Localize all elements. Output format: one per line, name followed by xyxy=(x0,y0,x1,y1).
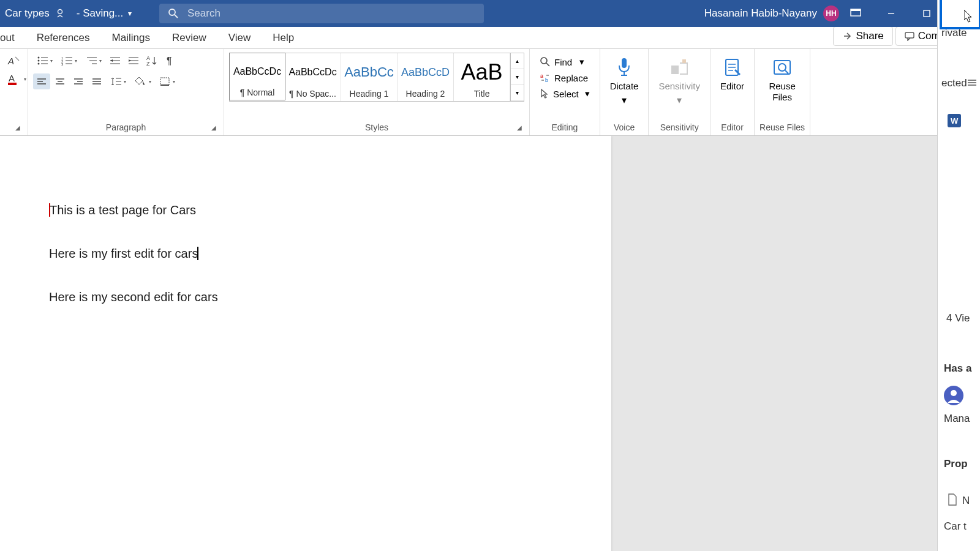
paragraph-group: ▾ 123▾ ▾ AZ ¶ ▾ ▾ ▾ Paragraph ◢ xyxy=(28,49,224,135)
numbering-button[interactable]: 123▾ xyxy=(58,53,81,69)
svg-rect-12 xyxy=(8,83,17,85)
document-page[interactable]: This is a test page for Cars Here is my … xyxy=(0,136,611,551)
find-icon xyxy=(540,56,551,67)
sensitivity-button[interactable]: Sensitivity ▾ xyxy=(654,53,705,110)
search-input[interactable] xyxy=(187,7,475,20)
share-button[interactable]: Share xyxy=(833,26,892,46)
svg-rect-62 xyxy=(682,59,686,63)
tab-review[interactable]: Review xyxy=(161,28,217,48)
borders-button[interactable]: ▾ xyxy=(156,73,179,89)
styles-launcher-icon[interactable]: ◢ xyxy=(517,124,526,133)
svg-text:b: b xyxy=(545,77,548,83)
sensitivity-group: Sensitivity ▾ Sensitivity xyxy=(649,49,710,135)
editor-group-label: Editor xyxy=(715,121,749,134)
replace-icon: ab xyxy=(540,72,551,83)
decrease-indent-button[interactable] xyxy=(107,53,124,69)
line-spacing-button[interactable]: ▾ xyxy=(107,73,130,89)
show-marks-button[interactable]: ¶ xyxy=(162,53,179,69)
avatar[interactable]: HH xyxy=(823,6,839,21)
shading-button[interactable]: ▾ xyxy=(131,73,154,89)
styles-group-label: Styles xyxy=(229,121,524,134)
sort-button[interactable]: AZ xyxy=(143,53,160,69)
tab-help[interactable]: Help xyxy=(262,28,305,48)
style-no-spacing[interactable]: AaBbCcDc ¶ No Spac... xyxy=(285,53,341,101)
svg-point-73 xyxy=(951,390,957,396)
document-area[interactable]: This is a test page for Cars Here is my … xyxy=(0,136,937,551)
font-launcher-icon[interactable]: ◢ xyxy=(15,124,24,133)
find-button[interactable]: Find▾ xyxy=(537,55,587,69)
svg-point-0 xyxy=(58,10,62,14)
ribbon: A A▾ ◢ ▾ 123▾ ▾ AZ ¶ ▾ xyxy=(0,49,980,136)
editing-group: Find▾ ab Replace Select▾ Editing xyxy=(530,49,600,135)
svg-line-2 xyxy=(175,15,178,18)
editing-group-label: Editing xyxy=(535,121,595,134)
user-name: Hasanain Habib-Nayany xyxy=(704,7,817,20)
svg-text:¶: ¶ xyxy=(167,56,172,66)
paragraph-group-label: Paragraph xyxy=(33,121,219,134)
paragraph-launcher-icon[interactable]: ◢ xyxy=(211,124,220,133)
styles-scroll: ▴ ▾ ▾ xyxy=(510,53,524,101)
bullets-button[interactable]: ▾ xyxy=(33,53,56,69)
svg-rect-52 xyxy=(160,78,169,85)
svg-rect-4 xyxy=(851,9,861,11)
doc-line-3[interactable]: Here is my second edit for cars xyxy=(49,290,562,304)
style-heading2[interactable]: AaBbCcD Heading 2 xyxy=(398,53,454,101)
svg-point-65 xyxy=(778,64,786,71)
styles-expand[interactable]: ▾ xyxy=(511,85,524,101)
svg-text:W: W xyxy=(951,116,959,126)
search-box[interactable] xyxy=(159,4,484,23)
autosave-icon[interactable] xyxy=(55,8,66,19)
svg-rect-61 xyxy=(671,66,679,74)
style-heading1[interactable]: AaBbCc Heading 1 xyxy=(341,53,398,101)
style-title[interactable]: AaB Title xyxy=(454,53,510,101)
editor-button[interactable]: Editor xyxy=(715,53,749,96)
minimize-button[interactable] xyxy=(873,0,909,27)
reuse-files-icon xyxy=(771,56,793,78)
svg-text:Z: Z xyxy=(146,61,150,66)
font-color-button[interactable]: A▾ xyxy=(5,71,28,87)
dictate-button[interactable]: Dictate ▾ xyxy=(605,53,644,110)
select-icon xyxy=(540,88,549,99)
present-button[interactable] xyxy=(838,0,873,27)
replace-button[interactable]: ab Replace xyxy=(537,71,590,84)
svg-point-1 xyxy=(169,9,175,15)
styles-scroll-down[interactable]: ▾ xyxy=(511,69,524,85)
saving-status: - Saving... xyxy=(77,7,124,20)
tab-layout[interactable]: out xyxy=(0,28,26,48)
side-views-count: 4 Vie xyxy=(946,312,970,324)
justify-button[interactable] xyxy=(88,73,105,89)
svg-rect-6 xyxy=(924,10,930,17)
doc-line-2[interactable]: Here is my first edit for cars xyxy=(49,247,562,261)
side-text-ected: ected xyxy=(941,77,967,89)
side-doc-icon xyxy=(948,493,957,509)
select-button[interactable]: Select▾ xyxy=(537,87,592,100)
title-dropdown-icon[interactable]: ▾ xyxy=(128,9,132,18)
font-group-partial: A A▾ ◢ xyxy=(0,49,28,135)
reuse-files-button[interactable]: Reuse Files xyxy=(760,53,805,107)
hamburger-icon[interactable] xyxy=(968,79,976,86)
styles-scroll-up[interactable]: ▴ xyxy=(511,53,524,69)
align-left-button[interactable] xyxy=(33,73,50,89)
doc-line-1[interactable]: This is a test page for Cars xyxy=(49,203,562,217)
style-normal[interactable]: AaBbCcDc ¶ Normal xyxy=(229,53,285,100)
mouse-cursor-icon xyxy=(964,10,975,24)
svg-text:a: a xyxy=(540,73,543,79)
tab-references[interactable]: References xyxy=(26,28,101,48)
tab-view[interactable]: View xyxy=(217,28,262,48)
align-right-button[interactable] xyxy=(70,73,87,89)
multilevel-list-button[interactable]: ▾ xyxy=(82,53,105,69)
sensitivity-group-label: Sensitivity xyxy=(654,121,705,134)
side-properties: Prop xyxy=(944,458,968,470)
tab-mailings[interactable]: Mailings xyxy=(101,28,161,48)
svg-line-66 xyxy=(785,70,788,73)
increase-indent-button[interactable] xyxy=(125,53,142,69)
side-manage: Mana xyxy=(944,413,970,425)
svg-rect-9 xyxy=(905,32,914,38)
svg-point-13 xyxy=(38,57,40,59)
user-area[interactable]: Hasanain Habib-Nayany HH xyxy=(704,6,839,21)
voice-group: Dictate ▾ Voice xyxy=(600,49,649,135)
side-car-t: Car t xyxy=(944,520,967,533)
align-center-button[interactable] xyxy=(51,73,69,89)
editor-icon xyxy=(722,56,744,78)
clear-formatting-button[interactable]: A xyxy=(5,53,22,69)
